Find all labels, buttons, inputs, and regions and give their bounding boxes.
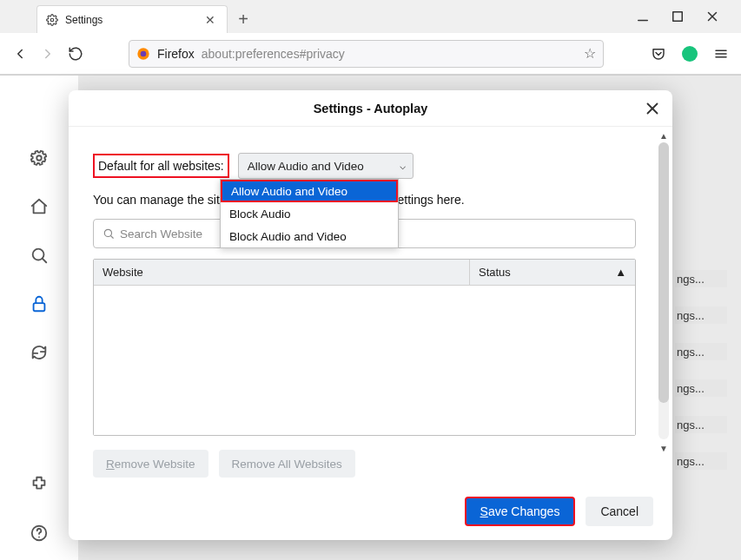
column-website[interactable]: Website (94, 260, 470, 285)
new-tab-button[interactable]: + (231, 7, 255, 31)
remove-website-button[interactable]: Remove Website (93, 450, 208, 478)
svg-rect-2 (673, 12, 683, 22)
pocket-icon[interactable] (651, 46, 666, 62)
scrollbar-thumb[interactable] (658, 142, 669, 403)
reload-button[interactable] (68, 46, 83, 62)
search-icon (103, 227, 115, 240)
gear-icon (46, 14, 58, 26)
window-controls (635, 0, 738, 33)
help-icon[interactable] (30, 524, 49, 543)
svg-point-6 (141, 50, 147, 56)
sync-icon[interactable] (30, 343, 49, 362)
dropdown-menu: Allow Audio and Video Block Audio Block … (220, 179, 399, 248)
bookmark-star-icon[interactable]: ☆ (584, 45, 596, 62)
firefox-icon (136, 47, 150, 61)
column-status[interactable]: Status ▲ (470, 260, 635, 285)
modal-title: Settings - Autoplay (314, 102, 428, 115)
bg-btn: ngs... (675, 379, 727, 397)
modal-body: ▲ ▼ Default for all websites: Allow Audi… (69, 127, 672, 540)
scroll-down-icon[interactable]: ▼ (658, 443, 669, 453)
search-placeholder: Search Website (120, 227, 202, 240)
home-icon[interactable] (30, 197, 49, 216)
dropdown-option[interactable]: Block Audio (221, 202, 398, 225)
sort-icon: ▲ (615, 266, 626, 279)
titlebar: Settings ✕ + (0, 0, 741, 33)
lock-icon[interactable] (30, 294, 49, 313)
save-button[interactable]: Save Changes (465, 497, 576, 526)
close-window-icon[interactable] (705, 9, 720, 24)
svg-line-12 (43, 259, 47, 263)
default-dropdown[interactable]: Allow Audio and Video ⌵ (238, 153, 414, 179)
table-body (94, 286, 635, 435)
url-path: about:preferences#privacy (202, 47, 345, 61)
bg-btn: ngs... (675, 270, 727, 287)
default-label: Default for all websites: (93, 154, 229, 178)
dropdown-selected: Allow Audio and Video (248, 160, 364, 173)
close-icon[interactable] (643, 99, 662, 118)
extensions-icon[interactable] (30, 475, 49, 494)
chevron-down-icon: ⌵ (400, 160, 406, 172)
identity-label: Firefox (157, 47, 195, 61)
gear-icon[interactable] (30, 148, 49, 168)
websites-table: Website Status ▲ (93, 259, 636, 436)
bg-btn: ngs... (675, 452, 727, 470)
content-area: ngs... ngs... ngs... ngs... ngs... ngs..… (0, 75, 741, 560)
svg-point-0 (50, 18, 54, 22)
minimize-icon[interactable] (635, 9, 651, 24)
dropdown-option[interactable]: Allow Audio and Video (221, 180, 398, 202)
browser-tab[interactable]: Settings ✕ (36, 5, 228, 33)
svg-point-10 (36, 155, 42, 161)
maximize-icon[interactable] (670, 9, 685, 24)
bg-btn: ngs... (675, 416, 727, 433)
svg-line-19 (110, 235, 113, 238)
browser-toolbar: Firefox about:preferences#privacy ☆ (0, 33, 741, 75)
address-bar[interactable]: Firefox about:preferences#privacy ☆ (129, 40, 604, 68)
back-button[interactable] (12, 46, 28, 62)
modal-footer: Save Changes Cancel (465, 497, 653, 526)
modal-header: Settings - Autoplay (69, 90, 672, 127)
dropdown-option[interactable]: Block Audio and Video (221, 225, 398, 247)
menu-icon[interactable] (713, 46, 729, 62)
remove-all-button[interactable]: Remove All Websites (219, 450, 355, 478)
scroll-up-icon[interactable]: ▲ (658, 130, 669, 141)
background-buttons: ngs... ngs... ngs... ngs... ngs... ngs..… (675, 270, 727, 470)
svg-rect-13 (34, 303, 45, 311)
bg-btn: ngs... (675, 343, 727, 360)
settings-sidebar (0, 76, 78, 560)
forward-button[interactable] (40, 46, 56, 62)
search-icon[interactable] (30, 246, 49, 265)
tab-title: Settings (65, 14, 103, 26)
close-tab-icon[interactable]: ✕ (202, 12, 218, 28)
cancel-button[interactable]: Cancel (586, 497, 653, 526)
autoplay-modal: Settings - Autoplay ▲ ▼ Default for all … (69, 90, 672, 540)
bg-btn: ngs... (675, 306, 727, 324)
extension-icon[interactable] (682, 46, 698, 62)
